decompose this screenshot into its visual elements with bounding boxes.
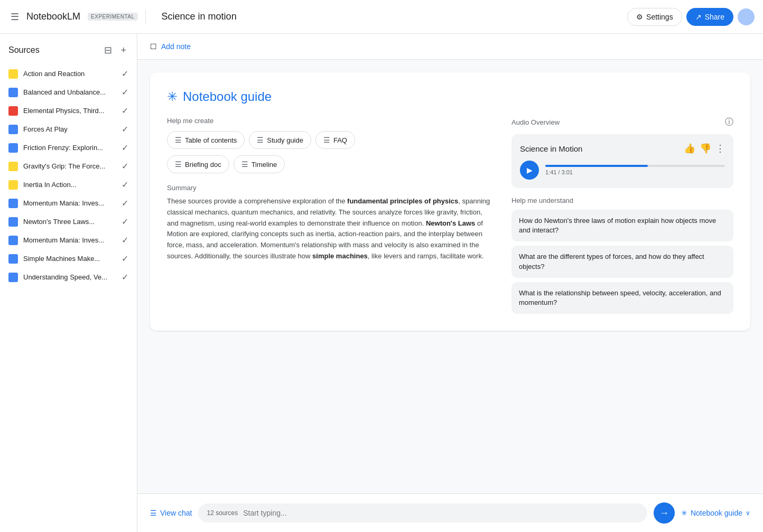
content: ☐ Add note ✳ Notebook guide Help me crea…	[137, 34, 763, 532]
source-checkbox[interactable]: ✓	[122, 235, 128, 245]
add-note-bar: ☐ Add note	[137, 34, 763, 60]
source-item[interactable]: Action and Reaction✓	[0, 64, 137, 83]
source-checkbox[interactable]: ✓	[122, 143, 128, 153]
source-name: Elemental Physics, Third...	[23, 107, 116, 115]
notebook-title: Science in motion	[162, 11, 237, 22]
dislike-button[interactable]: 👎	[700, 143, 711, 154]
progress-bar-track	[545, 165, 725, 167]
guide-left: Help me create ☰Table of contents☰Study …	[167, 117, 495, 318]
source-item[interactable]: Momentum Mania: Inves...✓	[0, 194, 137, 212]
guide-title: Notebook guide	[183, 89, 272, 104]
filter-button[interactable]: ⊟	[102, 42, 114, 58]
source-item[interactable]: Momentum Mania: Inves...✓	[0, 231, 137, 249]
source-type-icon	[8, 143, 18, 153]
source-item[interactable]: Elemental Physics, Third...✓	[0, 101, 137, 120]
avatar[interactable]	[738, 8, 755, 25]
source-checkbox[interactable]: ✓	[122, 106, 128, 116]
chip-label: Study guide	[267, 136, 303, 144]
sidebar-header: Sources ⊟ +	[0, 34, 137, 62]
source-checkbox[interactable]: ✓	[122, 272, 128, 282]
source-checkbox[interactable]: ✓	[122, 124, 128, 134]
source-checkbox[interactable]: ✓	[122, 87, 128, 97]
source-checkbox[interactable]: ✓	[122, 180, 128, 190]
notebook-guide-bottom-button[interactable]: ✳ Notebook guide ∨	[681, 509, 750, 517]
notebook-guide-bottom-label: Notebook guide	[691, 509, 742, 517]
source-name: Momentum Mania: Inves...	[23, 199, 116, 207]
main: Sources ⊟ + Action and Reaction✓Balanced…	[0, 34, 763, 532]
create-chip[interactable]: ☰Briefing doc	[167, 155, 229, 173]
source-item[interactable]: Gravity's Grip: The Force...✓	[0, 157, 137, 175]
send-button[interactable]: →	[654, 502, 675, 524]
understand-chip[interactable]: What are the different types of forces, …	[511, 246, 733, 277]
create-chip[interactable]: ☰FAQ	[315, 131, 355, 149]
chevron-down-icon: ∨	[746, 509, 750, 517]
source-item[interactable]: Balanced and Unbalance...✓	[0, 83, 137, 101]
sidebar-title: Sources	[8, 45, 40, 55]
source-name: Inertia In Action...	[23, 181, 116, 189]
sources-badge: 12 sources	[207, 509, 238, 517]
source-item[interactable]: Simple Machines Make...✓	[0, 249, 137, 268]
understand-chip[interactable]: How do Newton's three laws of motion exp…	[511, 210, 733, 241]
view-chat-button[interactable]: ☰ View chat	[150, 509, 192, 517]
source-checkbox[interactable]: ✓	[122, 198, 128, 208]
progress-bar-fill	[545, 165, 648, 167]
chat-bar: ☰ View chat 12 sources → ✳ Notebook guid…	[137, 493, 763, 532]
chip-icon: ☰	[257, 136, 264, 144]
chat-input[interactable]	[243, 509, 639, 517]
create-chip[interactable]: ☰Study guide	[249, 131, 311, 149]
like-button[interactable]: 👍	[684, 143, 695, 154]
source-checkbox[interactable]: ✓	[122, 161, 128, 171]
audio-overview-label: Audio Overview	[511, 118, 560, 126]
settings-label: Settings	[646, 13, 673, 21]
source-type-icon	[8, 125, 18, 134]
source-checkbox[interactable]: ✓	[122, 254, 128, 264]
understand-chip[interactable]: What is the relationship between speed, …	[511, 282, 733, 314]
source-item[interactable]: Inertia In Action...✓	[0, 175, 137, 194]
progress-bar-container[interactable]: 1:41 / 3:01	[545, 165, 725, 175]
source-item[interactable]: Forces At Play✓	[0, 120, 137, 138]
chip-row-primary: ☰Table of contents☰Study guide☰FAQ	[167, 131, 495, 149]
chip-label: FAQ	[333, 136, 347, 144]
audio-card-title: Science in Motion	[520, 144, 582, 153]
create-chip[interactable]: ☰Table of contents	[167, 131, 245, 149]
chip-label: Table of contents	[185, 136, 237, 144]
sidebar: Sources ⊟ + Action and Reaction✓Balanced…	[0, 34, 137, 532]
source-type-icon	[8, 254, 18, 264]
understand-section: Help me understand How do Newton's three…	[511, 197, 733, 314]
share-button[interactable]: ↗ Share	[686, 8, 733, 26]
header-right: ⚙ Settings ↗ Share	[627, 8, 755, 26]
source-checkbox[interactable]: ✓	[122, 69, 128, 79]
chip-icon: ☰	[241, 160, 248, 169]
share-label: Share	[705, 13, 724, 21]
source-type-icon	[8, 217, 18, 227]
app-badge: EXPERIMENTAL	[88, 13, 138, 21]
source-name: Newton's Three Laws...	[23, 218, 116, 226]
source-type-icon	[8, 236, 18, 245]
source-type-icon	[8, 162, 18, 171]
play-button[interactable]: ▶	[520, 161, 539, 180]
source-name: Momentum Mania: Inves...	[23, 236, 116, 244]
header: ☰ NotebookLM EXPERIMENTAL Science in mot…	[0, 0, 763, 34]
chat-input-container: 12 sources	[198, 503, 647, 522]
chip-row-secondary: ☰Briefing doc☰Timeline	[167, 155, 495, 173]
understand-label: Help me understand	[511, 197, 733, 204]
source-type-icon	[8, 69, 18, 79]
source-item[interactable]: Understanding Speed, Ve...✓	[0, 268, 137, 286]
add-note-button[interactable]: Add note	[161, 42, 191, 51]
gear-icon: ⚙	[636, 13, 643, 21]
source-checkbox[interactable]: ✓	[122, 217, 128, 227]
settings-button[interactable]: ⚙ Settings	[627, 8, 682, 26]
more-options-button[interactable]: ⋮	[715, 143, 725, 154]
chip-label: Briefing doc	[185, 161, 221, 169]
source-item[interactable]: Friction Frenzy: Explorin...✓	[0, 138, 137, 157]
source-item[interactable]: Newton's Three Laws...✓	[0, 212, 137, 231]
view-chat-label: View chat	[160, 509, 192, 517]
guide-two-col: Help me create ☰Table of contents☰Study …	[167, 117, 733, 318]
source-name: Balanced and Unbalance...	[23, 88, 116, 96]
create-chip[interactable]: ☰Timeline	[234, 155, 285, 173]
notebook-guide-star-icon: ✳	[681, 509, 687, 517]
add-source-button[interactable]: +	[118, 42, 128, 58]
menu-icon[interactable]: ☰	[8, 9, 21, 25]
app-title: NotebookLM	[26, 11, 80, 22]
time-display: 1:41 / 3:01	[545, 169, 725, 175]
